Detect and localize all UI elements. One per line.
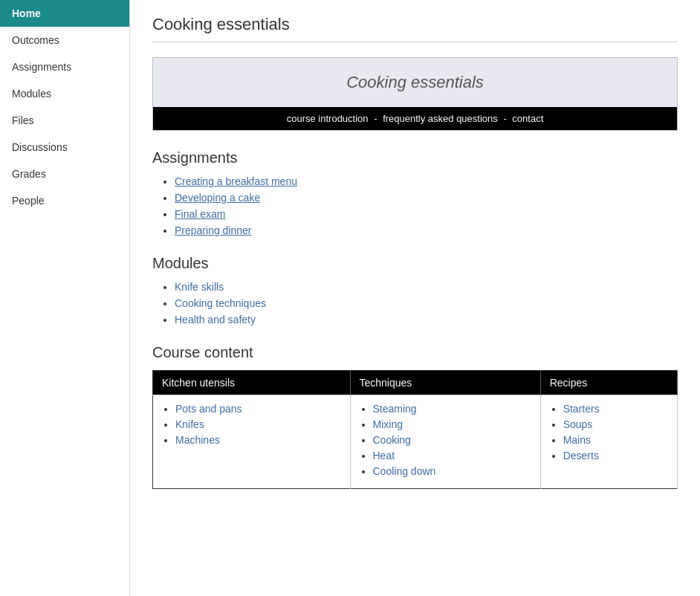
title-divider: [152, 42, 678, 42]
table-row: Pots and pansKnifesMachinesSteamingMixin…: [153, 395, 678, 489]
list-item: Deserts: [563, 450, 668, 461]
list-item: Health and safety: [175, 314, 678, 325]
content-link[interactable]: Cooling down: [373, 465, 436, 477]
table-column-header: Recipes: [540, 371, 677, 395]
sidebar-item-home[interactable]: Home: [0, 0, 129, 27]
banner-nav-separator: -: [372, 113, 380, 124]
list-item: Cooling down: [373, 465, 531, 477]
list-item: Knife skills: [175, 281, 678, 293]
sidebar-item-modules[interactable]: Modules: [0, 80, 129, 107]
modules-list: Knife skillsCooking techniquesHealth and…: [152, 281, 678, 325]
sidebar-item-files[interactable]: Files: [0, 107, 129, 134]
banner-title: Cooking essentials: [153, 58, 677, 107]
content-link[interactable]: Machines: [175, 434, 220, 446]
assignments-heading: Assignments: [152, 149, 678, 166]
sidebar-item-assignments[interactable]: Assignments: [0, 54, 129, 80]
table-cell: SteamingMixingCookingHeatCooling down: [350, 395, 540, 489]
sidebar-item-people[interactable]: People: [0, 187, 129, 214]
content-link[interactable]: Steaming: [373, 403, 417, 415]
main-content: Cooking essentials Cooking essentials co…: [130, 0, 700, 596]
table-column-header: Kitchen utensils: [153, 371, 351, 395]
list-item: Preparing dinner: [175, 224, 678, 236]
content-link[interactable]: Pots and pans: [175, 403, 242, 415]
table-header-row: Kitchen utensilsTechniquesRecipes: [153, 371, 678, 395]
banner-nav-link[interactable]: contact: [512, 113, 543, 124]
table-cell: StartersSoupsMainsDeserts: [540, 395, 677, 489]
list-item: Soups: [563, 418, 668, 430]
list-item: Pots and pans: [175, 403, 341, 415]
table-column-header: Techniques: [350, 371, 540, 395]
content-link[interactable]: Heat: [373, 450, 395, 461]
list-item: Final exam: [175, 208, 678, 220]
list-item: Developing a cake: [175, 192, 678, 204]
content-link[interactable]: Soups: [563, 418, 593, 430]
assignments-list: Creating a breakfast menuDeveloping a ca…: [152, 175, 678, 236]
content-link[interactable]: Starters: [563, 403, 600, 415]
content-link[interactable]: Mixing: [373, 418, 403, 430]
list-item: Creating a breakfast menu: [175, 175, 678, 187]
assignment-link[interactable]: Developing a cake: [175, 192, 260, 204]
modules-heading: Modules: [152, 255, 678, 272]
content-link[interactable]: Knifes: [175, 418, 204, 430]
table-body: Pots and pansKnifesMachinesSteamingMixin…: [153, 395, 678, 489]
banner-nav-separator: -: [501, 113, 510, 124]
content-link[interactable]: Mains: [563, 434, 591, 446]
banner: Cooking essentials course introduction -…: [152, 57, 678, 131]
list-item: Knifes: [175, 418, 341, 430]
table-head: Kitchen utensilsTechniquesRecipes: [153, 371, 678, 395]
list-item: Mains: [563, 434, 668, 446]
list-item: Steaming: [373, 403, 531, 415]
banner-nav-link[interactable]: course introduction: [287, 113, 369, 124]
list-item: Cooking techniques: [175, 297, 678, 309]
sidebar: HomeOutcomesAssignmentsModulesFilesDiscu…: [0, 0, 130, 596]
course-content-table: Kitchen utensilsTechniquesRecipes Pots a…: [152, 370, 678, 489]
sidebar-item-grades[interactable]: Grades: [0, 161, 129, 187]
list-item: Mixing: [373, 418, 531, 430]
course-content-heading: Course content: [152, 344, 678, 361]
list-item: Heat: [373, 450, 531, 461]
list-item: Machines: [175, 434, 341, 446]
module-item: Cooking techniques: [175, 297, 266, 309]
assignment-link[interactable]: Final exam: [175, 208, 225, 220]
list-item: Cooking: [373, 434, 531, 446]
assignment-link[interactable]: Preparing dinner: [175, 224, 252, 236]
content-link[interactable]: Cooking: [373, 434, 411, 446]
sidebar-item-outcomes[interactable]: Outcomes: [0, 27, 129, 54]
page-title: Cooking essentials: [152, 15, 678, 34]
table-cell: Pots and pansKnifesMachines: [153, 395, 351, 489]
module-item: Knife skills: [175, 281, 224, 293]
assignment-link[interactable]: Creating a breakfast menu: [175, 175, 297, 187]
content-link[interactable]: Deserts: [563, 450, 599, 461]
module-item: Health and safety: [175, 314, 256, 325]
banner-nav-link[interactable]: frequently asked questions: [383, 113, 498, 124]
sidebar-item-discussions[interactable]: Discussions: [0, 134, 129, 161]
list-item: Starters: [563, 403, 668, 415]
banner-nav[interactable]: course introduction - frequently asked q…: [153, 107, 677, 130]
